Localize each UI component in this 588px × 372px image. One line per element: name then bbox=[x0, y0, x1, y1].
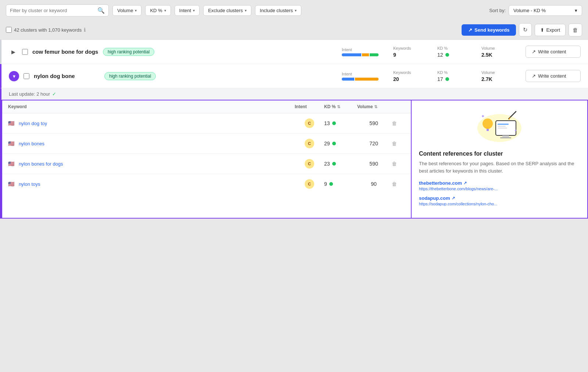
kd-number: 29 bbox=[324, 141, 330, 146]
cluster-count-text: 42 clusters with 1,070 keywords bbox=[14, 27, 82, 33]
delete-keyword-button[interactable]: 🗑 bbox=[390, 180, 398, 188]
cluster-row-expanded: ▾ nylon dog bone high ranking potential … bbox=[0, 64, 588, 88]
kd-number: 12 bbox=[437, 52, 443, 58]
intent-stat: Intent bbox=[342, 47, 379, 56]
table-row: 🇺🇸 nylon toys C 9 90 🗑 bbox=[2, 174, 411, 194]
top-bar: 🔍 Volume ▾ KD % ▾ Intent ▾ Exclude clust… bbox=[0, 0, 588, 20]
sort-area: Sort by: Volume - KD % ▾ bbox=[489, 5, 582, 16]
intent-seg-transactional bbox=[370, 53, 379, 56]
intent-seg-informational bbox=[342, 78, 354, 81]
svg-rect-3 bbox=[500, 137, 511, 138]
kd-value: 12 bbox=[437, 52, 449, 58]
volume-label: Volume bbox=[481, 46, 495, 50]
volume-filter[interactable]: Volume ▾ bbox=[112, 5, 141, 16]
kd-dot bbox=[332, 162, 336, 166]
cluster-checkbox[interactable] bbox=[24, 73, 29, 79]
ref-domain-link[interactable]: sodapup.com ↗ bbox=[419, 195, 580, 201]
delete-keyword-button[interactable]: 🗑 bbox=[390, 160, 398, 167]
content-refs-panel: ✦ ✦ Content references for cluster The b… bbox=[412, 100, 588, 219]
kd-number: 13 bbox=[324, 120, 330, 126]
info-icon[interactable]: ℹ bbox=[84, 27, 86, 33]
kd-cell: 9 bbox=[324, 181, 357, 187]
select-all-checkbox[interactable] bbox=[6, 27, 12, 33]
volume-label: Volume bbox=[481, 70, 495, 75]
expand-cluster-button[interactable]: ▶ bbox=[9, 47, 18, 56]
export-icon: ⬆ bbox=[540, 27, 544, 33]
keyword-col-header: Keyword bbox=[8, 104, 295, 109]
sort-icon[interactable]: ⇅ bbox=[337, 104, 340, 109]
cluster-count: 42 clusters with 1,070 keywords ℹ bbox=[6, 27, 86, 33]
volume-filter-label: Volume bbox=[117, 8, 133, 13]
cluster-name: nylon dog bone bbox=[34, 73, 100, 79]
check-icon: ✓ bbox=[52, 91, 56, 97]
sort-icon[interactable]: ⇅ bbox=[374, 104, 377, 109]
toolbar-actions: ↗ Send keywords ↻ ⬆ Export 🗑 bbox=[462, 23, 582, 36]
delete-keyword-button[interactable]: 🗑 bbox=[390, 140, 398, 147]
intent-bar bbox=[342, 78, 379, 81]
flag-icon: 🇺🇸 bbox=[8, 141, 14, 146]
write-content-label: Write content bbox=[538, 73, 566, 79]
svg-rect-4 bbox=[498, 124, 509, 125]
volume-cell: 90 bbox=[357, 181, 390, 187]
ref-domain-text: sodapup.com bbox=[419, 195, 450, 201]
refresh-button[interactable]: ↻ bbox=[519, 23, 532, 36]
keywords-label: Keywords bbox=[393, 70, 411, 75]
kd-col-header: KD % ⇅ bbox=[324, 104, 357, 109]
last-update-text: Last update: 2 hour bbox=[9, 91, 50, 97]
keyword-link[interactable]: nylon toys bbox=[19, 181, 40, 187]
keyword-link[interactable]: nylon bones for dogs bbox=[19, 161, 63, 167]
intent-filter[interactable]: Intent ▾ bbox=[175, 5, 200, 16]
sort-select[interactable]: Volume - KD % ▾ bbox=[509, 5, 582, 16]
cluster-stats: Intent Keywords 9 KD % 12 Volume 2.5K ↗ … bbox=[342, 46, 581, 58]
write-content-button[interactable]: ↗ Write content bbox=[526, 70, 581, 82]
exclude-clusters-filter[interactable]: Exclude clusters ▾ bbox=[203, 5, 251, 16]
ref-domain-link[interactable]: thebetterbone.com ↗ bbox=[419, 180, 580, 186]
kd-cell: 29 bbox=[324, 141, 357, 146]
external-link-icon: ↗ bbox=[452, 196, 455, 201]
kd-label: KD % bbox=[437, 70, 448, 75]
volume-cell: 590 bbox=[357, 161, 390, 167]
export-label: Export bbox=[546, 27, 560, 33]
cluster-checkbox[interactable] bbox=[22, 49, 28, 55]
kd-filter[interactable]: KD % ▾ bbox=[145, 5, 171, 16]
keywords-stat: Keywords 20 bbox=[393, 70, 423, 82]
high-ranking-badge: high ranking potential bbox=[103, 48, 154, 56]
cluster-name: cow femur bone for dogs bbox=[32, 49, 98, 55]
expand-cluster-button[interactable]: ▾ bbox=[9, 71, 19, 81]
search-input[interactable] bbox=[10, 8, 97, 13]
exclude-clusters-label: Exclude clusters bbox=[208, 8, 243, 13]
svg-rect-5 bbox=[498, 126, 506, 127]
delete-keyword-button[interactable]: 🗑 bbox=[390, 120, 398, 127]
svg-rect-6 bbox=[498, 128, 507, 128]
kd-label: KD % bbox=[437, 46, 448, 50]
keyword-link[interactable]: nylon bones bbox=[19, 141, 44, 146]
ref-url-link[interactable]: https://sodapup.com/collections/nylon-ch… bbox=[419, 202, 580, 206]
svg-text:✦: ✦ bbox=[514, 128, 517, 132]
sort-value: Volume - KD % bbox=[513, 8, 546, 13]
content-refs-desc: The best references for your pages. Base… bbox=[419, 160, 580, 174]
keywords-value: 9 bbox=[393, 52, 396, 58]
chevron-down-icon: ▾ bbox=[575, 8, 577, 13]
include-clusters-filter[interactable]: Include clusters ▾ bbox=[255, 5, 301, 16]
intent-cell: C bbox=[295, 179, 324, 189]
external-link-icon: ↗ bbox=[463, 181, 467, 185]
intent-badge: C bbox=[305, 139, 314, 148]
content-refs-title: Content references for cluster bbox=[419, 150, 580, 157]
kd-cell: 23 bbox=[324, 161, 357, 167]
write-content-button[interactable]: ↗ Write content bbox=[526, 46, 581, 58]
keywords-label: Keywords bbox=[393, 46, 411, 50]
action-cell: 🗑 bbox=[390, 120, 405, 127]
expanded-body: Keyword Intent KD % ⇅ Volume ⇅ bbox=[1, 100, 588, 219]
keyword-cell: 🇺🇸 nylon bones bbox=[8, 141, 295, 146]
delete-button[interactable]: 🗑 bbox=[569, 24, 582, 36]
kd-dot bbox=[445, 53, 449, 57]
search-button[interactable]: 🔍 bbox=[97, 7, 105, 14]
ref-url-link[interactable]: https://thebetterbone.com/blogs/news/are… bbox=[419, 187, 580, 191]
keyword-link[interactable]: nylon dog toy bbox=[19, 121, 47, 126]
action-cell: 🗑 bbox=[390, 160, 405, 167]
send-keywords-label: Send keywords bbox=[474, 27, 509, 33]
export-button[interactable]: ⬆ Export bbox=[535, 24, 566, 36]
illustration-svg: ✦ ✦ bbox=[474, 110, 525, 143]
send-keywords-button[interactable]: ↗ Send keywords bbox=[462, 24, 516, 36]
volume-stat: Volume 2.5K bbox=[481, 46, 511, 58]
